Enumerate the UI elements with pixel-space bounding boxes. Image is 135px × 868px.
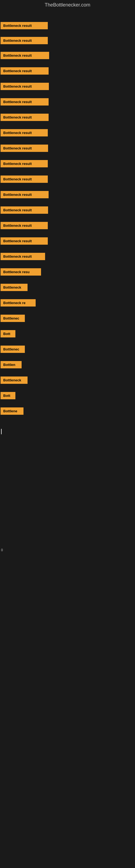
bottleneck-item: Bottleneck result (1, 67, 49, 74)
bottleneck-item: Bottleneck result (1, 83, 49, 90)
bottleneck-item: Bottleneck (1, 376, 28, 384)
bottleneck-item: Bottleneck result (1, 191, 49, 198)
text-cursor (1, 429, 2, 434)
bottleneck-item: Bottleneck re (1, 299, 36, 307)
bottleneck-item: Bottleneck result (1, 98, 49, 105)
bottleneck-item: Bottleneck result (1, 129, 48, 136)
bottleneck-item: Bottleneck result (1, 145, 48, 152)
bottleneck-item: Bottleneck result (1, 176, 48, 183)
bottleneck-item: Bottleneck result (1, 237, 48, 245)
bottleneck-item: Bottleneck result (1, 22, 48, 29)
bottleneck-item: Bott (1, 330, 15, 337)
bottleneck-item: Bottleneck result (1, 114, 49, 121)
bottleneck-item: Bottlen (1, 361, 21, 368)
bottleneck-item: Bottlene (1, 407, 24, 415)
bottleneck-item: Bott (1, 392, 15, 399)
bottleneck-item: Bottleneck result (1, 253, 45, 260)
bottleneck-item: Bottleneck (1, 284, 28, 291)
bottleneck-item: Bottleneck result (1, 222, 48, 229)
footer-char: 0 (1, 548, 3, 552)
site-title: TheBottlenecker.com (0, 0, 135, 11)
bottleneck-item: Bottleneck resu (1, 268, 41, 276)
bottleneck-item: Bottleneck result (1, 160, 48, 167)
bottleneck-item: Bottlenec (1, 315, 25, 322)
bottleneck-item: Bottleneck result (1, 207, 48, 214)
bottleneck-item: Bottleneck result (1, 37, 48, 44)
bottleneck-item: Bottlenec (1, 346, 25, 353)
bottleneck-item: Bottleneck result (1, 52, 49, 59)
